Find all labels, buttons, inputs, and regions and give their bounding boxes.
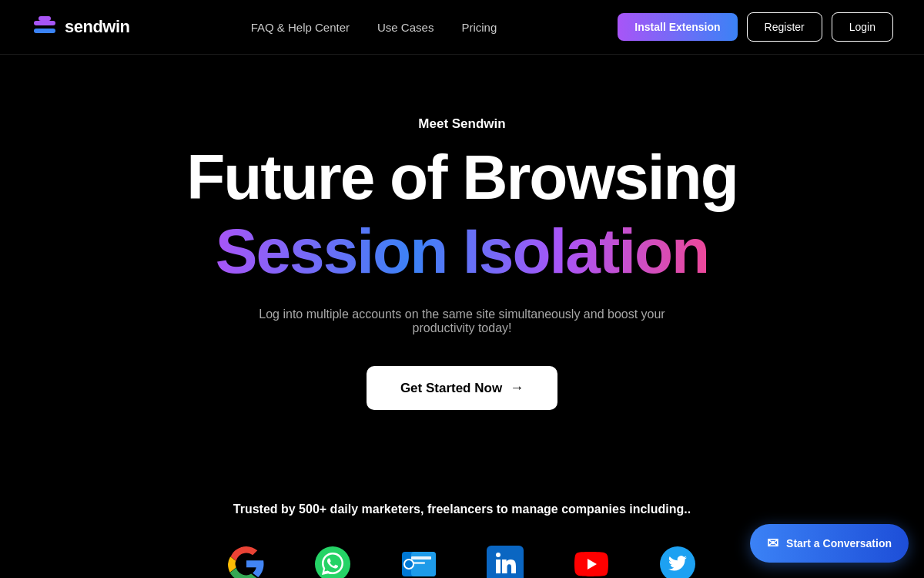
brand-linkedin	[485, 544, 525, 578]
logo[interactable]: sendwin	[31, 13, 130, 41]
hero-title-main: Future of Browsing	[186, 144, 738, 210]
cta-arrow-icon: →	[510, 380, 524, 396]
svg-rect-0	[34, 21, 55, 25]
login-button[interactable]: Login	[832, 12, 893, 42]
get-started-button[interactable]: Get Started Now →	[367, 366, 557, 410]
brand-whatsapp	[313, 544, 353, 578]
chat-icon: ✉	[767, 535, 778, 552]
logo-text: sendwin	[65, 17, 130, 37]
hero-title-gradient: Session Isolation	[216, 217, 708, 286]
nav-faq[interactable]: FAQ & Help Center	[251, 21, 350, 34]
brand-youtube	[571, 544, 611, 578]
hero-subtitle: Log into multiple accounts on the same s…	[246, 307, 678, 335]
trusted-text: Trusted by 500+ daily marketers, freelan…	[31, 502, 893, 516]
nav-links: FAQ & Help Center Use Cases Pricing	[251, 21, 497, 34]
hero-section: Meet Sendwin Future of Browsing Session …	[0, 55, 924, 456]
svg-point-9	[405, 560, 413, 568]
navbar: sendwin FAQ & Help Center Use Cases Pric…	[0, 0, 924, 55]
nav-use-cases[interactable]: Use Cases	[377, 21, 434, 34]
svg-rect-2	[38, 16, 51, 21]
cta-label: Get Started Now	[400, 381, 502, 396]
register-button[interactable]: Register	[747, 12, 822, 42]
chat-widget-label: Start a Conversation	[786, 537, 892, 549]
svg-rect-1	[34, 29, 55, 33]
nav-pricing[interactable]: Pricing	[461, 21, 497, 34]
install-extension-button[interactable]: Install Extension	[618, 13, 737, 41]
logo-icon	[31, 13, 59, 41]
nav-actions: Install Extension Register Login	[618, 12, 893, 42]
brand-google	[226, 544, 266, 578]
hero-eyebrow: Meet Sendwin	[418, 116, 505, 132]
brand-twitter	[658, 544, 698, 578]
chat-widget[interactable]: ✉ Start a Conversation	[750, 524, 909, 563]
brand-outlook	[399, 544, 439, 578]
svg-rect-6	[411, 556, 431, 560]
